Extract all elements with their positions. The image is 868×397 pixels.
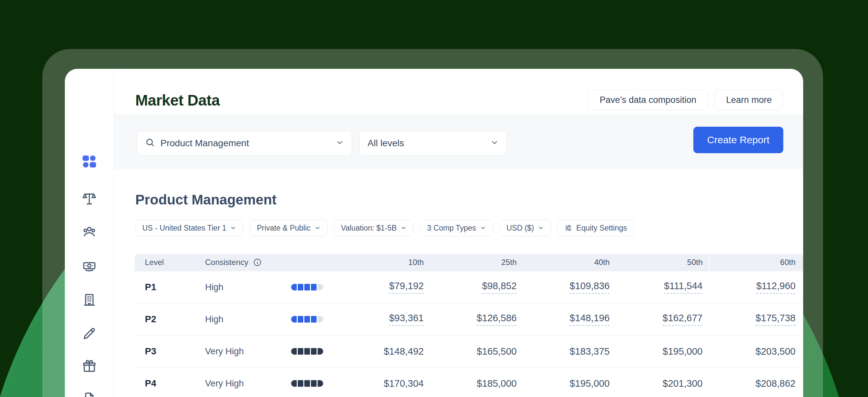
- pencil-icon: [82, 326, 97, 341]
- table-row: P4 Very High $170,304 $185,000 $195,000 …: [135, 367, 803, 397]
- filter-company-type[interactable]: Private & Public: [250, 220, 327, 236]
- value-60th: $203,500: [755, 346, 796, 357]
- value-60th[interactable]: $112,960: [756, 280, 796, 294]
- level-cell: P4: [145, 378, 156, 389]
- table-row: P3 Very High $148,492 $165,500 $183,375 …: [135, 335, 803, 367]
- sidebar-item-new-report[interactable]: [82, 391, 97, 397]
- role-selector-value: Product Management: [160, 138, 249, 149]
- create-report-button[interactable]: Create Report: [693, 127, 783, 153]
- chevron-down-icon: [480, 225, 486, 231]
- table-header: Level Consistency 10th 25th 40th 50th 60…: [135, 254, 803, 271]
- column-25th: 25th: [501, 258, 517, 267]
- sliders-icon: [564, 224, 572, 232]
- value-50th[interactable]: $111,544: [664, 280, 703, 294]
- value-25th[interactable]: $98,852: [482, 280, 517, 294]
- value-50th: $201,300: [662, 378, 703, 389]
- learn-more-button[interactable]: Learn more: [714, 90, 783, 110]
- value-40th[interactable]: $148,196: [569, 313, 610, 326]
- sidebar-item-compensation[interactable]: [82, 258, 97, 274]
- value-50th[interactable]: $162,677: [662, 313, 703, 326]
- consistency-cell: High: [205, 282, 224, 293]
- value-10th[interactable]: $79,192: [389, 280, 424, 294]
- page-title: Market Data: [135, 91, 220, 109]
- consistency-bar: [291, 348, 323, 355]
- column-consistency: Consistency: [205, 258, 262, 267]
- column-40th: 40th: [594, 258, 610, 267]
- chevron-down-icon: [538, 225, 544, 231]
- filter-chips: US - United States Tier 1 Private & Publ…: [135, 220, 634, 236]
- consistency-cell: Very High: [205, 346, 244, 357]
- role-selector[interactable]: Product Management: [137, 131, 352, 155]
- filter-location[interactable]: US - United States Tier 1: [135, 220, 243, 236]
- team-icon: [82, 225, 97, 240]
- consistency-cell: Very High: [205, 378, 244, 389]
- info-icon[interactable]: [253, 258, 262, 267]
- column-level: Level: [145, 258, 164, 267]
- level-cell: P2: [145, 314, 156, 325]
- search-icon: [145, 138, 155, 149]
- consistency-cell: High: [205, 314, 224, 325]
- value-50th: $195,000: [662, 346, 703, 357]
- page: Market Data Pave’s data composition Lear…: [0, 0, 868, 397]
- value-10th[interactable]: $93,361: [389, 313, 424, 326]
- app-window: Market Data Pave’s data composition Lear…: [65, 69, 803, 397]
- consistency-bar: [291, 316, 323, 323]
- value-40th: $183,375: [569, 346, 610, 357]
- file-plus-icon: [82, 391, 97, 397]
- value-10th: $170,304: [384, 378, 424, 389]
- equity-settings-button[interactable]: Equity Settings: [557, 220, 634, 236]
- filter-comp-types[interactable]: 3 Comp Types: [420, 220, 493, 236]
- filter-valuation[interactable]: Valuation: $1-5B: [334, 220, 413, 236]
- chevron-down-icon: [230, 225, 236, 231]
- chevron-down-icon: [336, 139, 344, 148]
- column-60th: 60th: [780, 258, 796, 267]
- data-composition-button[interactable]: Pave’s data composition: [588, 90, 708, 110]
- value-40th: $195,000: [569, 378, 610, 389]
- sidebar-item-team[interactable]: [82, 225, 97, 240]
- table-row: P2 High $93,361 $126,586 $148,196 $162,6…: [135, 303, 803, 335]
- sidebar-item-benchmarking[interactable]: [82, 191, 97, 206]
- app-logo[interactable]: [81, 153, 98, 170]
- filter-currency[interactable]: USD ($): [499, 220, 551, 236]
- cash-icon: [82, 258, 97, 274]
- sidebar-item-edit[interactable]: [82, 326, 97, 341]
- section-title: Product Management: [135, 192, 277, 208]
- value-10th: $148,492: [384, 346, 424, 357]
- market-data-table: Level Consistency 10th 25th 40th 50th 60…: [135, 254, 803, 397]
- sidebar-item-company[interactable]: [82, 292, 97, 307]
- value-25th[interactable]: $126,586: [477, 313, 517, 326]
- sidebar-item-rewards[interactable]: [82, 358, 97, 373]
- gift-icon: [82, 358, 97, 373]
- building-icon: [82, 292, 97, 307]
- column-50th: 50th: [687, 258, 703, 267]
- value-60th: $208,862: [755, 378, 796, 389]
- consistency-bar: [291, 284, 323, 291]
- scale-icon: [82, 191, 97, 206]
- chevron-down-icon: [491, 139, 498, 148]
- value-60th[interactable]: $175,738: [755, 313, 796, 326]
- header-actions: Pave’s data composition Learn more: [588, 90, 783, 110]
- value-25th: $165,500: [477, 346, 517, 357]
- logo-grid-icon: [81, 153, 98, 170]
- value-25th: $185,000: [477, 378, 517, 389]
- level-cell: P1: [145, 282, 156, 293]
- chevron-down-icon: [315, 225, 320, 231]
- sidebar: [65, 69, 114, 397]
- table-row: P1 High $79,192 $98,852 $109,836 $111,54…: [135, 271, 803, 303]
- level-cell: P3: [145, 346, 156, 357]
- column-10th: 10th: [408, 258, 424, 267]
- chevron-down-icon: [401, 225, 407, 231]
- value-40th[interactable]: $109,836: [569, 280, 610, 294]
- level-selector-value: All levels: [368, 138, 404, 149]
- column-divider: [709, 254, 710, 271]
- consistency-bar: [291, 380, 323, 387]
- level-selector[interactable]: All levels: [359, 131, 507, 155]
